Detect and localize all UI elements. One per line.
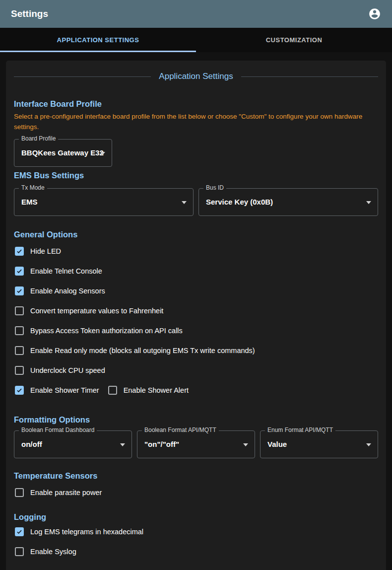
tab-customization[interactable]: CUSTOMIZATION bbox=[196, 28, 392, 52]
enum-format-api-value: Value bbox=[261, 431, 378, 458]
checkbox-label: Convert temperature values to Fahrenheit bbox=[30, 307, 163, 315]
checkbox-row-hide-led: Hide LED bbox=[14, 241, 378, 261]
checkbox-row-parasite-power: Enable parasite power bbox=[14, 483, 378, 502]
account-circle-icon bbox=[368, 7, 381, 20]
checkbox-row-syslog: Enable Syslog bbox=[14, 542, 378, 562]
checkbox-log-ems-hexadecimal[interactable] bbox=[15, 527, 24, 536]
check-icon bbox=[16, 386, 23, 394]
checkbox-label: Enable parasite power bbox=[30, 489, 102, 497]
checkbox-enable-parasite-power[interactable] bbox=[15, 488, 24, 497]
section-heading-interface-board: Interface Board Profile bbox=[14, 99, 378, 109]
tx-mode-select[interactable]: Tx Mode EMS bbox=[14, 188, 194, 216]
checkbox-label: Enable Shower Alert bbox=[124, 386, 189, 394]
enum-format-api-select[interactable]: Enum Format API/MQTT Value bbox=[260, 430, 378, 458]
active-tab-indicator bbox=[0, 51, 196, 52]
boolean-format-dashboard-select[interactable]: Boolean Format Dashboard on/off bbox=[14, 430, 132, 458]
checkbox-label: Hide LED bbox=[30, 247, 61, 255]
tab-label-application-settings: APPLICATION SETTINGS bbox=[57, 36, 139, 44]
bus-id-select-label: Bus ID bbox=[203, 184, 226, 191]
tab-bar: APPLICATION SETTINGS CUSTOMIZATION bbox=[0, 28, 392, 52]
app-bar: Settings bbox=[0, 0, 392, 28]
enum-format-api-label: Enum Format API/MQTT bbox=[265, 427, 335, 433]
checkbox-row-read-only: Enable Read only mode (blocks all outgoi… bbox=[14, 341, 378, 360]
section-heading-general-options: General Options bbox=[14, 230, 378, 239]
card-title-text: Application Settings bbox=[159, 71, 233, 81]
checkbox-row-telnet: Enable Telnet Console bbox=[14, 261, 378, 281]
formatting-select-row: Boolean Format Dashboard on/off Boolean … bbox=[14, 430, 378, 458]
page-title: Settings bbox=[11, 8, 364, 19]
checkbox-label: Enable Syslog bbox=[30, 548, 76, 556]
chevron-down-icon bbox=[120, 443, 125, 446]
chevron-down-icon bbox=[182, 201, 187, 204]
board-profile-select-value: BBQKees Gateway E32 bbox=[14, 140, 112, 166]
checkbox-row-log-hex: Log EMS telegrams in hexadecimal bbox=[14, 522, 378, 542]
chevron-down-icon bbox=[243, 443, 248, 446]
check-icon bbox=[16, 247, 23, 255]
boolean-format-dashboard-label: Boolean Format Dashboard bbox=[19, 427, 97, 433]
checkbox-label: Log EMS telegrams in hexadecimal bbox=[30, 528, 143, 536]
checkbox-enable-analog-sensors[interactable] bbox=[15, 286, 24, 295]
check-icon bbox=[16, 287, 23, 295]
chevron-down-icon bbox=[366, 443, 371, 446]
boolean-format-dashboard-value: on/off bbox=[14, 431, 131, 458]
checkbox-row-fahrenheit: Convert temperature values to Fahrenheit bbox=[14, 301, 378, 321]
checkbox-label: Enable Telnet Console bbox=[30, 267, 102, 275]
settings-card: Application Settings Interface Board Pro… bbox=[6, 61, 386, 570]
checkbox-row-analog-sensors: Enable Analog Sensors bbox=[14, 281, 378, 301]
account-button[interactable] bbox=[364, 3, 385, 24]
divider-line-right bbox=[241, 76, 378, 77]
card-title: Application Settings bbox=[14, 71, 378, 81]
tx-mode-select-value: EMS bbox=[14, 189, 193, 215]
checkbox-label: Enable Read only mode (blocks all outgoi… bbox=[30, 347, 255, 355]
section-heading-logging: Logging bbox=[14, 512, 378, 522]
checkbox-label: Bypass Access Token authorization on API… bbox=[30, 327, 183, 335]
bus-id-select-value: Service Key (0x0B) bbox=[199, 189, 378, 215]
checkbox-enable-syslog[interactable] bbox=[15, 547, 24, 556]
board-profile-select-label: Board Profile bbox=[19, 135, 58, 142]
checkbox-enable-shower-timer[interactable] bbox=[15, 386, 24, 395]
board-profile-select[interactable]: Board Profile BBQKees Gateway E32 bbox=[14, 139, 112, 167]
checkbox-enable-telnet-console[interactable] bbox=[15, 267, 24, 276]
boolean-format-api-label: Boolean Format API/MQTT bbox=[142, 427, 219, 433]
section-heading-formatting-options: Formatting Options bbox=[14, 415, 378, 425]
tx-mode-select-label: Tx Mode bbox=[19, 184, 47, 191]
checkbox-row-shower: Enable Shower Timer Enable Shower Alert bbox=[14, 380, 378, 400]
section-heading-ems-bus: EMS Bus Settings bbox=[14, 171, 378, 180]
tab-application-settings[interactable]: APPLICATION SETTINGS bbox=[0, 28, 196, 52]
chevron-down-icon bbox=[366, 201, 371, 204]
checkbox-row-underclock: Underclock CPU speed bbox=[14, 360, 378, 380]
check-icon bbox=[16, 528, 23, 536]
tab-label-customization: CUSTOMIZATION bbox=[266, 36, 323, 44]
section-heading-temperature-sensors: Temperature Sensors bbox=[14, 471, 378, 481]
checkbox-row-bypass-token: Bypass Access Token authorization on API… bbox=[14, 321, 378, 341]
board-profile-hint: Select a pre-configured interface board … bbox=[14, 111, 378, 132]
checkbox-label: Underclock CPU speed bbox=[30, 366, 105, 374]
checkbox-read-only-mode[interactable] bbox=[15, 346, 24, 355]
boolean-format-api-select[interactable]: Boolean Format API/MQTT "on"/"off" bbox=[137, 430, 255, 458]
ems-bus-select-row: Tx Mode EMS Bus ID Service Key (0x0B) bbox=[14, 188, 378, 216]
checkbox-convert-fahrenheit[interactable] bbox=[15, 306, 24, 315]
bus-id-select[interactable]: Bus ID Service Key (0x0B) bbox=[198, 188, 378, 216]
checkbox-label: Enable Shower Timer bbox=[30, 386, 99, 394]
checkbox-hide-led[interactable] bbox=[15, 247, 24, 256]
chevron-down-icon bbox=[100, 152, 105, 155]
checkbox-label: Enable Analog Sensors bbox=[30, 287, 105, 295]
divider-line-left bbox=[14, 76, 151, 77]
checkbox-enable-shower-alert[interactable] bbox=[108, 386, 117, 395]
checkbox-bypass-access-token[interactable] bbox=[15, 326, 24, 335]
checkbox-underclock-cpu[interactable] bbox=[15, 366, 24, 375]
boolean-format-api-value: "on"/"off" bbox=[137, 431, 255, 458]
check-icon bbox=[16, 267, 23, 275]
